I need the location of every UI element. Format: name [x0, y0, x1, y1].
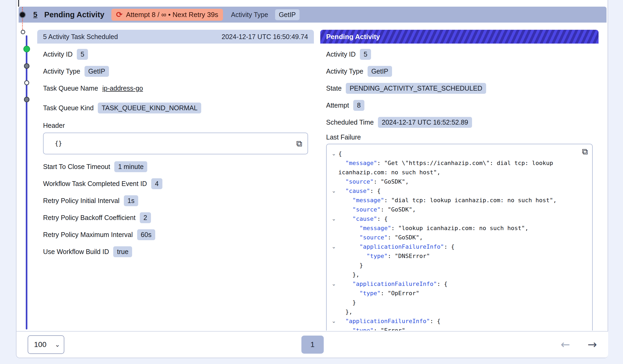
- field-value-badge: 4: [151, 178, 162, 189]
- pending-activity-fields: Activity ID5Activity TypeGetIPStatePENDI…: [326, 48, 593, 128]
- collapse-chevron-icon[interactable]: ⌄: [329, 242, 338, 251]
- gutter-spacer: [329, 251, 338, 261]
- json-line: ⌄ "applicationFailureInfo": {: [329, 316, 587, 326]
- field-label: Task Queue Kind: [43, 104, 94, 112]
- json-text: "source": "GoSDK",: [338, 205, 416, 214]
- field-value-badge: PENDING_ACTIVITY_STATE_SCHEDULED: [346, 83, 486, 94]
- json-text: "cause": {: [338, 186, 381, 196]
- page-size-value: 100: [34, 340, 47, 349]
- json-text: "message": "lookup icanhazip.com: no suc…: [338, 223, 528, 233]
- gutter-spacer: [329, 196, 338, 205]
- last-failure-json: ⌄{ "message": "Get \"https://icanhazip.c…: [329, 149, 587, 331]
- event-detail-panel: 5 Activity Task Scheduled 2024-12-17 UTC…: [37, 30, 314, 331]
- pending-activity-title: Pending Activity: [326, 33, 380, 41]
- pending-activity-body: Activity ID5Activity TypeGetIPStatePENDI…: [320, 44, 599, 331]
- event-detail-fields: Activity ID5Activity TypeGetIPTask Queue…: [37, 44, 314, 268]
- gutter-spacer: [329, 298, 338, 307]
- event-row-header[interactable]: 5 Pending Activity ⟳ Attempt 8 / ∞ • Nex…: [19, 7, 607, 23]
- field-value-badge: 2: [140, 212, 151, 223]
- json-line: "type": "DNSError": [329, 251, 587, 261]
- timeline-dot-open: [21, 30, 25, 34]
- last-failure-label: Last Failure: [326, 133, 593, 141]
- gutter-spacer: [329, 326, 338, 331]
- pager-arrows: ← →: [561, 339, 597, 350]
- field-label: Retry Policy Initial Interval: [43, 197, 120, 205]
- json-text: "type": "DNSError": [338, 251, 430, 261]
- field-row: Use Workflow Build IDtrue: [43, 246, 308, 257]
- field-value-badge: 5: [77, 49, 88, 60]
- field-label: Attempt: [326, 101, 349, 109]
- field-value-badge: 60s: [137, 229, 155, 240]
- field-row: Activity ID5: [43, 48, 308, 60]
- page-number-button[interactable]: 1: [301, 336, 324, 354]
- json-text: "applicationFailureInfo": {: [338, 316, 440, 326]
- field-value-badge: 5: [360, 49, 371, 60]
- json-text: "applicationFailureInfo": {: [338, 279, 448, 289]
- json-line: "source": "GoSDK",: [329, 177, 587, 186]
- json-line: },: [329, 307, 587, 316]
- field-row: Activity TypeGetIP: [326, 65, 593, 77]
- field-label: Activity Type: [43, 67, 80, 75]
- field-label: Workflow Task Completed Event ID: [43, 180, 147, 188]
- json-text: }: [338, 261, 363, 270]
- field-label: Activity Type: [326, 67, 363, 75]
- event-detail-title: 5 Activity Task Scheduled: [43, 33, 118, 41]
- collapse-chevron-icon[interactable]: ⌄: [329, 279, 338, 289]
- field-value-badge: 1s: [124, 195, 138, 206]
- field-value-badge: GetIP: [85, 66, 109, 77]
- field-row: Retry Policy Initial Interval1s: [43, 195, 308, 206]
- event-detail-header[interactable]: 5 Activity Task Scheduled 2024-12-17 UTC…: [37, 30, 314, 44]
- activity-type-badge: GetIP: [275, 9, 300, 20]
- field-label: Activity ID: [43, 50, 73, 58]
- json-text: "applicationFailureInfo": {: [338, 242, 454, 251]
- json-line: }: [329, 261, 587, 270]
- json-line: ⌄ "cause": {: [329, 214, 587, 223]
- field-row: Task Queue Nameip-address-go: [43, 82, 308, 94]
- json-line: "source": "GoSDK",: [329, 205, 587, 214]
- page-size-select[interactable]: 100 ⌄: [28, 335, 64, 354]
- field-value-badge: 2024-12-17 UTC 16:52:52.89: [378, 117, 472, 128]
- json-text: }: [338, 298, 356, 307]
- json-text: "cause": {: [338, 214, 388, 223]
- field-header-payload: Header{}⧉: [43, 122, 308, 154]
- event-id-link[interactable]: 5: [33, 10, 37, 19]
- gutter-spacer: [329, 223, 338, 233]
- field-value-badge: TASK_QUEUE_KIND_NORMAL: [98, 103, 201, 113]
- field-label: State: [326, 84, 342, 92]
- collapse-chevron-icon[interactable]: ⌄: [329, 149, 338, 158]
- gutter-spacer: [329, 158, 338, 168]
- field-row: Scheduled Time2024-12-17 UTC 16:52:52.89: [326, 116, 593, 128]
- collapse-chevron-icon[interactable]: ⌄: [329, 186, 338, 196]
- header-payload-box: {}⧉: [43, 133, 308, 154]
- arrow-right-icon[interactable]: →: [588, 339, 597, 350]
- field-label: Activity ID: [326, 50, 356, 58]
- json-line: ⌄ "cause": {: [329, 186, 587, 196]
- json-text: "message": "dial tcp: lookup icanhazip.c…: [338, 196, 557, 205]
- json-line: "message": "dial tcp: lookup icanhazip.c…: [329, 196, 587, 205]
- field-label: Task Queue Name: [43, 84, 98, 92]
- timeline-dot-open: [24, 80, 29, 85]
- retry-status-badge: ⟳ Attempt 8 / ∞ • Next Retry 39s: [111, 9, 223, 21]
- collapse-chevron-icon[interactable]: ⌄: [329, 214, 338, 223]
- collapse-chevron-icon[interactable]: ⌄: [329, 316, 338, 326]
- retry-refresh-icon: ⟳: [116, 11, 123, 19]
- gutter-spacer: [329, 261, 338, 270]
- arrow-left-icon[interactable]: ←: [561, 339, 570, 350]
- json-text: {: [338, 149, 342, 158]
- json-text: "message": "Get \"https://icanhazip.com\…: [338, 158, 553, 168]
- field-row: Activity ID5: [326, 48, 593, 60]
- copy-icon[interactable]: ⧉: [582, 147, 588, 156]
- json-text: },: [338, 270, 359, 279]
- gutter-spacer: [329, 168, 338, 177]
- gutter-spacer: [329, 307, 338, 316]
- task-queue-link[interactable]: ip-address-go: [102, 84, 143, 92]
- field-label: Use Workflow Build ID: [43, 248, 109, 256]
- gutter-spacer: [329, 289, 338, 298]
- json-line: ⌄ "applicationFailureInfo": {: [329, 242, 587, 251]
- timeline-dot-gray-filled: [24, 63, 30, 69]
- copy-icon[interactable]: ⧉: [296, 139, 302, 148]
- json-line: "type": "OpError": [329, 289, 587, 298]
- retry-badge-text: Attempt 8 / ∞ • Next Retry 39s: [126, 11, 218, 19]
- json-line: ⌄ "applicationFailureInfo": {: [329, 279, 587, 289]
- header-payload-code: {}: [55, 140, 62, 147]
